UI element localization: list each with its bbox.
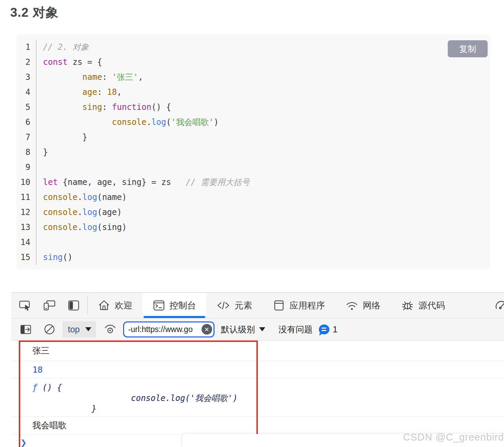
code-line: 1// 2. 对象: [16, 40, 490, 55]
code-text: sing(): [36, 250, 73, 265]
caret-down-icon: [85, 327, 91, 331]
log-level-dropdown[interactable]: 默认级别: [221, 324, 265, 335]
code-text: name: '张三',: [36, 70, 143, 85]
code-text: console.log('我会唱歌'): [36, 115, 219, 130]
log-level-label: 默认级别: [221, 324, 255, 335]
tab-label: 控制台: [169, 300, 196, 312]
page-title: 3.2 对象: [10, 4, 59, 21]
code-lines: 1// 2. 对象2const zs = {3 name: '张三',4 age…: [16, 40, 490, 265]
line-number: 15: [16, 250, 36, 265]
code-line: 15sing(): [16, 250, 490, 265]
tab-application[interactable]: 应用程序: [263, 293, 335, 318]
frame-selector-dropdown[interactable]: top: [62, 321, 96, 337]
code-line: 14: [16, 235, 490, 250]
devtools-panel: 欢迎 控制台 元素 应用程序: [11, 292, 504, 447]
tab-label: 欢迎: [115, 300, 132, 312]
tab-elements[interactable]: 元素: [206, 293, 263, 318]
code-text: console.log(age): [36, 205, 122, 220]
code-line: 7 }: [16, 130, 490, 145]
code-line: 4 age: 18,: [16, 85, 490, 100]
line-number: 6: [16, 115, 36, 130]
watermark: CSDN @C_greenbird: [403, 432, 504, 443]
console-icon: [153, 300, 165, 311]
console-toolbar: top ✕ 默认级别 没有问题 1: [11, 318, 504, 341]
code-text: let {name, age, sing} = zs // 需要用大括号: [36, 175, 250, 190]
performance-gauge-icon: [494, 299, 504, 312]
code-block: 1// 2. 对象2const zs = {3 name: '张三',4 age…: [16, 34, 490, 270]
line-number: 7: [16, 130, 36, 145]
code-text: const zs = {: [36, 55, 102, 70]
code-text: console.log(sing): [36, 220, 127, 235]
code-line: 8}: [16, 145, 490, 160]
clear-filter-icon[interactable]: ✕: [202, 324, 212, 335]
frame-selector-value: top: [68, 325, 80, 334]
code-line: 5 sing: function() {: [16, 100, 490, 115]
devtools-nav-icons: [11, 293, 87, 318]
line-number: 11: [16, 190, 36, 205]
tab-label: 网络: [363, 300, 381, 312]
console-row-number: 18: [11, 361, 504, 378]
console-filter-input[interactable]: [124, 322, 213, 336]
code-line: 11console.log(name): [16, 190, 490, 205]
console-output: 张三18ƒ () { console.log('我会唱歌') }我会唱歌 ❯: [11, 341, 504, 447]
tab-label: 应用程序: [290, 300, 325, 312]
devtools-tabbar: 欢迎 控制台 元素 应用程序: [11, 293, 504, 318]
tab-label: 元素: [235, 300, 252, 312]
tab-welcome[interactable]: 欢迎: [88, 293, 143, 318]
code-text: [36, 160, 43, 175]
application-icon: [273, 300, 285, 311]
tab-console[interactable]: 控制台: [143, 293, 206, 318]
layout-panel-icon[interactable]: [68, 300, 80, 311]
code-line: 2const zs = {: [16, 55, 490, 70]
console-filter-box: ✕: [123, 321, 214, 337]
code-text: // 2. 对象: [36, 40, 89, 55]
line-number: 8: [16, 145, 36, 160]
code-line: 12console.log(age): [16, 205, 490, 220]
code-line: 6 console.log('我会唱歌'): [16, 115, 490, 130]
line-number: 12: [16, 205, 36, 220]
line-number: 9: [16, 160, 36, 175]
sources-bug-icon: [401, 300, 414, 311]
line-number: 13: [16, 220, 36, 235]
copy-button[interactable]: 复制: [448, 40, 488, 57]
code-line: 13console.log(sing): [16, 220, 490, 235]
device-toolbar-icon[interactable]: [43, 300, 56, 311]
code-line: 10let {name, age, sing} = zs // 需要用大括号: [16, 175, 490, 190]
caret-down-icon: [259, 327, 265, 331]
code-line: 3 name: '张三',: [16, 70, 490, 85]
issues-chat-icon[interactable]: [319, 325, 329, 334]
console-sidebar-icon[interactable]: [20, 324, 32, 335]
line-number: 10: [16, 175, 36, 190]
line-number: 4: [16, 85, 36, 100]
console-row-text: 张三: [11, 341, 504, 361]
prompt-chevron-icon: ❯: [20, 437, 27, 447]
console-entries: 张三18ƒ () { console.log('我会唱歌') }我会唱歌: [11, 341, 504, 434]
elements-icon: [217, 300, 230, 311]
tab-label: 源代码: [418, 300, 445, 312]
issues-label: 没有问题: [279, 324, 313, 335]
line-number: 14: [16, 235, 36, 250]
tab-sources[interactable]: 源代码: [391, 293, 455, 318]
code-text: sing: function() {: [36, 100, 171, 115]
code-text: }: [36, 130, 87, 145]
console-row-function: ƒ () { console.log('我会唱歌') }: [11, 378, 504, 417]
code-text: }: [36, 145, 48, 160]
line-number: 1: [16, 40, 36, 55]
line-number: 2: [16, 55, 36, 70]
home-icon: [98, 300, 110, 311]
code-text: [36, 235, 43, 250]
code-text: console.log(name): [36, 190, 127, 205]
code-text: age: 18,: [36, 85, 122, 100]
clear-console-icon[interactable]: [43, 323, 56, 335]
tab-network[interactable]: 网络: [335, 293, 391, 318]
code-line: 9: [16, 160, 490, 175]
line-number: 5: [16, 100, 36, 115]
line-number: 3: [16, 70, 36, 85]
inspect-icon[interactable]: [19, 300, 31, 311]
tab-performance[interactable]: [494, 293, 504, 318]
live-expression-eye-icon[interactable]: [103, 323, 117, 335]
issues-count: 1: [333, 325, 338, 334]
network-icon: [345, 300, 358, 311]
